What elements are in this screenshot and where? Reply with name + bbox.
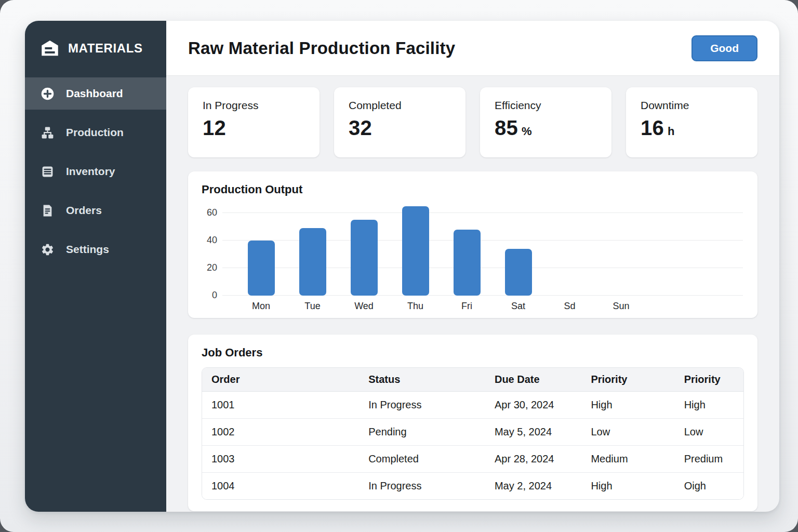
stat-value: 85% — [495, 116, 597, 140]
sidebar-item-settings[interactable]: Settings — [25, 233, 166, 265]
table-cell: High — [675, 392, 743, 418]
y-axis-tick: 40 — [202, 235, 217, 246]
gridline: 60 — [222, 212, 743, 213]
chart-plot: 0204060MonTueWedThuFriSatSdSun — [222, 200, 743, 296]
x-axis-label: Sun — [595, 301, 647, 312]
job-orders-card: Job Orders OrderStatusDue DatePriorityPr… — [188, 335, 757, 511]
stat-number: 32 — [349, 116, 372, 139]
table-cell: May 2, 2024 — [485, 473, 581, 499]
y-axis-tick: 20 — [202, 262, 217, 273]
sidebar: MATERIALS Dashboard Production — [25, 21, 166, 512]
bar-sat — [505, 249, 532, 296]
y-axis-tick: 60 — [202, 207, 217, 218]
topbar: Raw Material Production Facility Good — [166, 21, 779, 75]
sidebar-item-label: Production — [66, 126, 124, 139]
column-header: Status — [359, 368, 485, 391]
sitemap-icon — [41, 126, 55, 140]
table-cell: May 5, 2024 — [485, 419, 581, 445]
table-cell: Low — [675, 419, 743, 445]
warehouse-icon — [41, 39, 59, 58]
table-cell: Oigh — [675, 473, 743, 499]
main-area: Raw Material Production Facility Good In… — [166, 21, 779, 512]
table-row[interactable]: 1003CompletedApr 28, 2024MediumPredium — [202, 446, 743, 473]
list-document-icon — [41, 165, 55, 179]
sidebar-item-dashboard[interactable]: Dashboard — [25, 77, 166, 110]
job-orders-table: OrderStatusDue DatePriorityPriority1001I… — [202, 367, 744, 500]
x-axis-label: Sat — [493, 301, 544, 312]
column-header: Order — [202, 368, 359, 391]
table-cell: Pending — [359, 419, 485, 445]
stat-value: 32 — [349, 116, 451, 140]
brand-label: MATERIALS — [68, 41, 143, 56]
stat-number: 16 — [641, 116, 664, 139]
stat-unit: h — [668, 125, 675, 138]
y-axis-tick: 0 — [202, 290, 217, 301]
sidebar-item-production[interactable]: Production — [25, 116, 166, 149]
bar-mon — [248, 241, 275, 296]
stat-label: Downtime — [641, 99, 743, 112]
table-cell: 1003 — [202, 446, 359, 472]
status-good-button[interactable]: Good — [691, 35, 757, 61]
app-window: MATERIALS Dashboard Production — [25, 21, 779, 512]
bar-thu — [402, 206, 429, 296]
stat-card-downtime: Downtime 16h — [626, 87, 757, 157]
stat-value: 16h — [641, 116, 743, 140]
stat-number: 85 — [495, 116, 518, 139]
plus-circle-icon — [41, 87, 55, 101]
bar-wed — [351, 220, 378, 296]
table-cell: Apr 28, 2024 — [485, 446, 581, 472]
brand: MATERIALS — [25, 21, 166, 75]
table-cell: High — [581, 473, 674, 499]
bar-chart: 0204060MonTueWedThuFriSatSdSun — [202, 200, 744, 315]
chart-title: Production Output — [202, 183, 744, 196]
gear-icon — [41, 243, 55, 257]
x-axis-label: Tue — [287, 301, 338, 312]
table-cell: Low — [581, 419, 674, 445]
column-header: Priority — [581, 368, 674, 391]
production-output-card: Production Output 0204060MonTueWedThuFri… — [188, 171, 757, 318]
sidebar-item-label: Settings — [66, 243, 109, 256]
table-row[interactable]: 1002PendingMay 5, 2024LowLow — [202, 419, 743, 446]
stat-card-efficiency: Efficiency 85% — [480, 87, 611, 157]
table-row[interactable]: 1001In ProgressApr 30, 2024HighHigh — [202, 392, 743, 419]
column-header: Priority — [675, 368, 743, 391]
stat-number: 12 — [203, 116, 226, 139]
table-cell: Completed — [359, 446, 485, 472]
table-header-row: OrderStatusDue DatePriorityPriority — [202, 368, 743, 392]
x-axis-label: Fri — [441, 301, 493, 312]
sidebar-item-orders[interactable]: Orders — [25, 194, 166, 227]
table-cell: 1001 — [202, 392, 359, 418]
stat-label: Efficiency — [495, 99, 597, 112]
x-axis-label: Wed — [338, 301, 390, 312]
table-cell: In Progress — [359, 473, 485, 499]
page-background: MATERIALS Dashboard Production — [0, 0, 798, 532]
column-header: Due Date — [485, 368, 581, 391]
bar-fri — [454, 230, 481, 296]
sidebar-item-label: Inventory — [66, 165, 115, 178]
table-cell: In Progress — [359, 392, 485, 418]
job-orders-title: Job Orders — [202, 346, 744, 360]
stat-card-completed: Completed 32 — [334, 87, 466, 157]
stat-unit: % — [522, 125, 532, 138]
table-cell: 1002 — [202, 419, 359, 445]
gridline: 0 — [222, 295, 743, 296]
table-cell: 1004 — [202, 473, 359, 499]
stats-row: In Progress 12 Completed 32 Efficiency 8… — [188, 87, 757, 157]
table-cell: Medium — [581, 446, 674, 472]
x-axis-label: Thu — [390, 301, 441, 312]
table-cell: Apr 30, 2024 — [485, 392, 581, 418]
sidebar-item-label: Dashboard — [66, 87, 123, 100]
sidebar-nav: Dashboard Production Inventory — [25, 75, 166, 272]
x-axis-label: Mon — [235, 301, 287, 312]
table-cell: High — [581, 392, 674, 418]
stat-label: Completed — [349, 99, 451, 112]
content: In Progress 12 Completed 32 Efficiency 8… — [166, 75, 779, 512]
x-axis-label: Sd — [544, 301, 595, 312]
table-cell: Predium — [675, 446, 743, 472]
sidebar-item-inventory[interactable]: Inventory — [25, 155, 166, 188]
table-row[interactable]: 1004In ProgressMay 2, 2024HighOigh — [202, 473, 743, 499]
stat-card-in-progress: In Progress 12 — [188, 87, 320, 157]
document-icon — [41, 204, 55, 218]
sidebar-item-label: Orders — [66, 204, 102, 217]
page-title: Raw Material Production Facility — [188, 38, 455, 58]
